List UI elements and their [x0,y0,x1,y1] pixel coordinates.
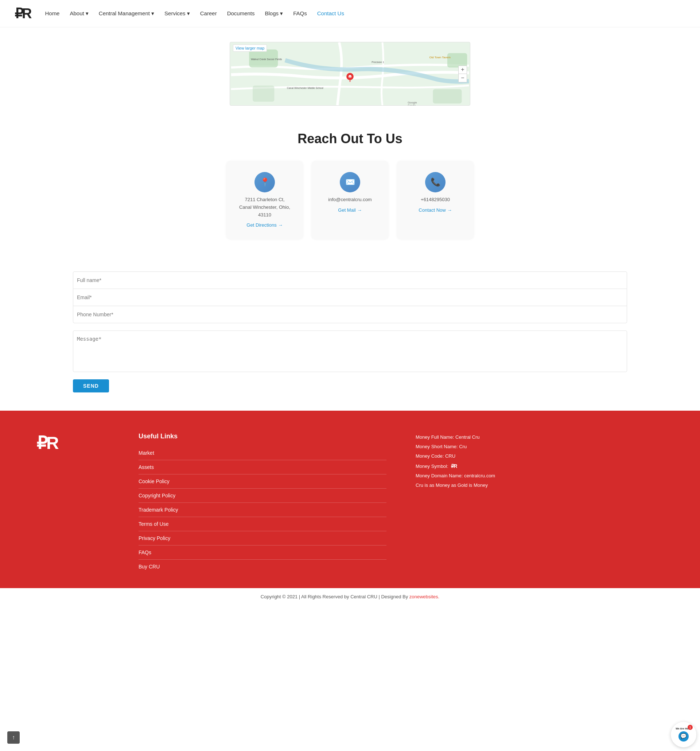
footer-link-item-2: Cookie Policy [139,474,386,489]
card-link-2[interactable]: Contact Now [418,207,452,213]
footer-link-buy-cru[interactable]: Buy CRU [139,564,160,570]
footer: ₽R Useful Links MarketAssetsCookie Polic… [0,411,700,588]
reach-out-section: Reach Out To Us 📍7211 Charleton Ct,Canal… [0,113,700,272]
form-input-1[interactable] [77,294,623,300]
footer-info-col: Money Full Name: Central Cru Money Short… [416,433,664,573]
contact-form-section: SEND [0,272,700,411]
nav-link-contact-us[interactable]: Contact Us [317,10,344,16]
footer-logo: ₽R [36,433,109,453]
footer-link-item-0: Market [139,446,386,460]
card-link-0[interactable]: Get Directions [246,222,283,228]
navbar-logo[interactable]: ₽R [15,6,30,20]
footer-links-list: MarketAssetsCookie PolicyCopyright Polic… [139,446,386,573]
view-larger-map-link[interactable]: View larger map [233,45,267,52]
money-symbol-value: ₽R [451,461,457,471]
money-tagline: Cru is as Money as Gold is Money [416,481,664,490]
footer-bottom: Copyright © 2021 | All Rights Reserved b… [0,588,700,605]
contact-cards: 📍7211 Charleton Ct,Canal Winchester, Ohi… [22,161,678,239]
contact-form-wrapper [73,272,627,323]
footer-link-privacy-policy[interactable]: Privacy Policy [139,535,170,541]
navbar: ₽R HomeAbout ▾Central Management ▾Servic… [0,0,700,27]
form-field-2 [73,306,627,323]
footer-link-copyright-policy[interactable]: Copyright Policy [139,493,175,499]
message-field [73,331,627,372]
money-code: Money Code: CRU [416,451,664,461]
contact-card-1: ✉️info@centralcru.comGet Mail [312,161,388,239]
money-domain: Money Domain Name: centralcru.com [416,471,664,481]
footer-links-title: Useful Links [139,433,386,440]
money-full-name: Money Full Name: Central Cru [416,433,664,442]
footer-link-trademark-policy[interactable]: Trademark Policy [139,507,178,513]
svg-text:Walnut Creek Soccer Fields: Walnut Creek Soccer Fields [251,58,282,60]
contact-card-2: 📞+6148295030Contact Now [397,161,474,239]
nav-link-documents[interactable]: Documents [227,10,255,16]
reach-out-title: Reach Out To Us [22,131,678,147]
card-link-1[interactable]: Get Mail [338,207,362,213]
form-input-2[interactable] [77,312,623,317]
footer-link-item-6: Privacy Policy [139,531,386,545]
send-button[interactable]: SEND [73,379,109,392]
zoom-in-button[interactable]: + [458,66,467,74]
nav-link-services[interactable]: Services ▾ [164,10,190,16]
nav-links: HomeAbout ▾Central Management ▾Services … [45,10,344,17]
footer-link-item-7: FAQs [139,545,386,560]
map-section: View larger map Walnut Creek Soccer Fiel… [0,27,700,113]
form-field-0 [73,272,627,289]
svg-text:Precision 1: Precision 1 [372,61,384,63]
contact-card-0: 📍7211 Charleton Ct,Canal Winchester, Ohi… [226,161,303,239]
location-icon: 📍 [254,172,275,192]
money-short-name: Money Short Name: Cru [416,442,664,451]
footer-link-item-8: Buy CRU [139,560,386,573]
footer-link-cookie-policy[interactable]: Cookie Policy [139,478,170,484]
svg-text:Old Town Tavern: Old Town Tavern [429,56,450,59]
footer-link-faqs[interactable]: FAQs [139,550,151,555]
footer-link-terms-of-use[interactable]: Terms of Use [139,521,169,527]
message-input[interactable] [77,336,623,365]
form-input-0[interactable] [77,277,623,283]
nav-link-about[interactable]: About ▾ [70,10,88,16]
footer-logo-col: ₽R [36,433,109,573]
svg-text:Canal Winchester Middle School: Canal Winchester Middle School [287,87,324,90]
svg-rect-4 [252,86,274,102]
footer-link-assets[interactable]: Assets [139,464,154,470]
footer-link-item-4: Trademark Policy [139,503,386,517]
mail-icon: ✉️ [340,172,360,192]
footer-designer-link[interactable]: zonewebsites. [409,594,439,600]
phone-icon: 📞 [425,172,446,192]
money-symbol-row: Money Symbol: ₽R [416,461,664,471]
nav-link-blogs[interactable]: Blogs ▾ [265,10,283,16]
form-field-1 [73,289,627,306]
footer-link-item-5: Terms of Use [139,517,386,531]
nav-link-central-management[interactable]: Central Management ▾ [99,10,154,16]
nav-link-career[interactable]: Career [200,10,217,16]
footer-copyright-text: Copyright © 2021 | All Rights Reserved b… [261,594,409,600]
card-info-0: 7211 Charleton Ct,Canal Winchester, Ohio… [235,196,294,219]
message-wrapper [73,331,627,372]
card-info-1: info@centralcru.com [328,196,372,204]
card-info-2: +6148295030 [421,196,450,204]
svg-text:Google: Google [407,101,417,104]
zoom-out-button[interactable]: − [458,74,467,82]
footer-link-item-3: Copyright Policy [139,489,386,503]
footer-links-col: Useful Links MarketAssetsCookie PolicyCo… [139,433,386,573]
footer-link-market[interactable]: Market [139,450,154,456]
map-zoom-controls: + − [458,66,467,82]
nav-link-home[interactable]: Home [45,10,59,16]
money-symbol-label: Money Symbol: [416,464,448,469]
svg-rect-3 [433,89,462,104]
nav-link-faqs[interactable]: FAQs [293,10,307,16]
footer-link-item-1: Assets [139,460,386,474]
footer-inner: ₽R Useful Links MarketAssetsCookie Polic… [36,433,664,588]
map-container: View larger map Walnut Creek Soccer Fiel… [230,42,470,106]
svg-text:Google: Google [407,104,416,105]
